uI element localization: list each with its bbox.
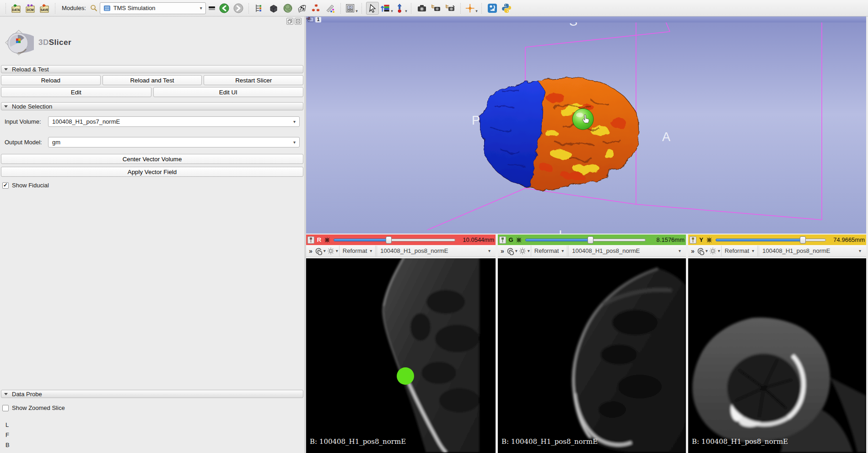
module-hierarchy-button[interactable]: [253, 2, 266, 15]
more-options-button[interactable]: »: [500, 247, 505, 255]
green-slice-image: [498, 258, 686, 453]
mouse-interaction-button[interactable]: [366, 2, 379, 15]
window-level-button[interactable]: ▾: [380, 2, 393, 15]
toolbar-grip[interactable]: [248, 3, 250, 13]
undock-panel-button[interactable]: [286, 18, 293, 25]
slice-offset-slider[interactable]: [334, 236, 455, 244]
extensions-manager-button[interactable]: [486, 2, 499, 15]
slice-visibility-icon[interactable]: [314, 247, 323, 255]
slice-visibility-icon[interactable]: [696, 247, 705, 255]
module-forward-button[interactable]: [232, 2, 245, 15]
module-back-button[interactable]: [218, 2, 231, 15]
chevron-down-icon[interactable]: ▾: [336, 248, 338, 253]
slice-offset-slider[interactable]: [716, 236, 826, 244]
reformat-combobox[interactable]: Reformat ▾: [721, 246, 758, 257]
volume-combobox[interactable]: 100408_H1_pos8_normE ▾: [568, 246, 684, 257]
input-volume-value: 100408_H1_pos7_normE: [52, 118, 120, 125]
transform-grid-icon: [297, 3, 307, 13]
slice-model-icon[interactable]: [324, 237, 330, 243]
toolbar-grip[interactable]: [340, 3, 342, 13]
crosshair-button[interactable]: ▾: [465, 2, 478, 15]
toolbar-grip[interactable]: [5, 3, 6, 13]
sun-icon[interactable]: [327, 247, 335, 255]
section-reload-and-test[interactable]: Reload & Test: [1, 65, 303, 73]
data-probe-rows: L F B: [5, 421, 304, 448]
chevron-down-icon[interactable]: ▾: [706, 248, 708, 253]
scene-view-restore-button[interactable]: [444, 2, 457, 15]
view-options-icon[interactable]: [306, 16, 312, 22]
volumes-module-button[interactable]: [267, 2, 280, 15]
red-slice-viewport[interactable]: B: 100408_H1_pos8_normE: [306, 258, 496, 453]
chevron-down-icon[interactable]: ▾: [718, 248, 720, 253]
center-vector-volume-button[interactable]: Center Vector Volume: [1, 154, 303, 164]
probe-row-l: L: [5, 421, 304, 428]
section-data-probe[interactable]: Data Probe: [1, 390, 303, 398]
volume-combobox[interactable]: 100408_H1_pos8_normE ▾: [377, 246, 494, 257]
green-slice-viewport[interactable]: B: 100408_H1_pos8_normE: [498, 258, 686, 453]
modules-combobox[interactable]: TMS Simulation ▾: [100, 2, 206, 14]
dicom-icon: DCM: [25, 3, 36, 14]
slice-offset-slider[interactable]: [525, 236, 646, 244]
transforms-module-button[interactable]: [296, 2, 308, 15]
output-model-combobox[interactable]: gm ▾: [48, 137, 300, 147]
chevron-down-icon: ▾: [561, 248, 564, 253]
more-options-button[interactable]: »: [308, 247, 313, 255]
load-data-button[interactable]: DATA: [10, 2, 22, 15]
toolbar-grip[interactable]: [481, 3, 483, 13]
more-options-button[interactable]: »: [690, 247, 695, 255]
dicom-button[interactable]: DCM: [24, 2, 37, 15]
slice-model-icon[interactable]: [706, 237, 712, 243]
chevron-down-icon[interactable]: ▾: [323, 248, 326, 253]
scene-view-capture-button[interactable]: [430, 2, 442, 15]
show-fiducial-checkbox[interactable]: [2, 182, 9, 189]
section-node-selection[interactable]: Node Selection: [1, 102, 303, 110]
slider-handle[interactable]: [386, 236, 392, 244]
slice-model-icon[interactable]: [516, 237, 522, 243]
edit-button[interactable]: Edit: [1, 87, 151, 97]
reformat-combobox[interactable]: Reformat ▾: [339, 246, 376, 257]
restart-slicer-button[interactable]: Restart Slicer: [204, 75, 303, 85]
annotations-module-button[interactable]: [324, 2, 337, 15]
python-console-button[interactable]: [500, 2, 513, 15]
input-volume-combobox[interactable]: 100408_H1_pos7_normE ▾: [48, 116, 300, 127]
reload-and-test-button[interactable]: Reload and Test: [102, 75, 202, 85]
fiducials-module-button[interactable]: [310, 2, 323, 15]
layout-selector-button[interactable]: ▾: [345, 2, 358, 15]
threed-view[interactable]: P A I S 1: [306, 16, 866, 234]
pin-button[interactable]: [307, 236, 314, 244]
view-id-badge[interactable]: 1: [315, 17, 321, 22]
output-model-row: Output Model: gm ▾: [5, 137, 300, 147]
reformat-combobox[interactable]: Reformat ▾: [531, 246, 568, 257]
close-panel-button[interactable]: [295, 18, 302, 25]
module-search-button[interactable]: [89, 2, 98, 15]
fiducial-stars-icon: [311, 3, 321, 13]
edit-ui-button[interactable]: Edit UI: [153, 87, 304, 97]
module-history-button[interactable]: [207, 2, 216, 15]
show-zoomed-slice-checkbox[interactable]: [2, 405, 9, 411]
reload-button[interactable]: Reload: [1, 75, 101, 85]
save-button[interactable]: SAVE: [38, 2, 51, 15]
toolbar-grip[interactable]: [410, 3, 412, 13]
screenshot-button[interactable]: [415, 2, 428, 15]
volume-combobox[interactable]: 100408_H1_pos8_normE ▾: [759, 246, 864, 257]
slice-visibility-icon[interactable]: [506, 247, 514, 255]
chevron-down-icon[interactable]: ▾: [515, 248, 518, 253]
sun-icon[interactable]: [709, 247, 717, 255]
section-title: Data Probe: [12, 391, 42, 398]
pin-button[interactable]: [690, 236, 696, 244]
toolbar-grip[interactable]: [460, 3, 462, 13]
slider-handle[interactable]: [588, 236, 593, 244]
place-fiducial-button[interactable]: ▾: [394, 2, 407, 15]
corner-annotation: B: 100408_H1_pos8_normE: [501, 437, 598, 446]
fiducial-dot[interactable]: [397, 367, 414, 385]
toolbar-grip[interactable]: [361, 3, 363, 13]
yellow-slice-viewport[interactable]: B: 100408_H1_pos8_normE: [688, 258, 866, 453]
pin-button[interactable]: [499, 236, 506, 244]
sun-icon[interactable]: [518, 247, 527, 255]
models-module-button[interactable]: [281, 2, 294, 15]
apply-vector-field-button[interactable]: Apply Vector Field: [1, 167, 303, 177]
toolbar-grip[interactable]: [54, 3, 56, 13]
slice-view-label: R: [316, 236, 322, 243]
slider-handle[interactable]: [800, 236, 806, 244]
chevron-down-icon[interactable]: ▾: [528, 248, 530, 253]
